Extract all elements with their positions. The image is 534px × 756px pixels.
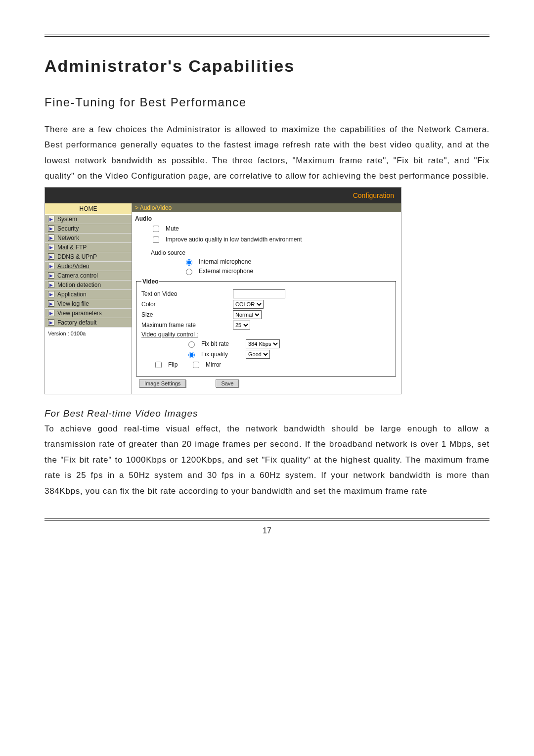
image-settings-button[interactable]: Image Settings bbox=[139, 379, 186, 387]
sidebar-item-label: Camera control bbox=[57, 272, 98, 279]
arrow-right-icon: ▶ bbox=[48, 235, 54, 241]
sidebar-item-label: Audio/Video bbox=[57, 263, 89, 270]
sidebar-item-label: System bbox=[57, 216, 77, 223]
fix-bit-rate-select[interactable]: 384 Kbps bbox=[246, 339, 280, 348]
configuration-link[interactable]: Configuration bbox=[353, 191, 394, 199]
sidebar-item-label: Motion detection bbox=[57, 282, 101, 288]
breadcrumb: > Audio/Video bbox=[132, 203, 401, 212]
arrow-right-icon: ▶ bbox=[48, 216, 54, 222]
sidebar: HOME ▶ System ▶ Security ▶ Network ▶ Mai… bbox=[45, 203, 132, 394]
max-frame-rate-label: Maximum frame rate bbox=[141, 322, 228, 329]
arrow-right-icon: ▶ bbox=[48, 253, 54, 260]
sidebar-item-view-log-file[interactable]: ▶ View log file bbox=[45, 299, 132, 309]
max-frame-rate-select[interactable]: 25 bbox=[233, 321, 250, 330]
mirror-checkbox[interactable] bbox=[193, 362, 199, 368]
text-on-video-input[interactable] bbox=[233, 289, 285, 298]
sidebar-item-label: View parameters bbox=[57, 310, 102, 317]
improve-audio-label: Improve audio quality in low bandwidth e… bbox=[166, 236, 302, 243]
arrow-right-icon: ▶ bbox=[48, 310, 54, 316]
mute-checkbox[interactable] bbox=[153, 226, 159, 232]
sidebar-item-view-parameters[interactable]: ▶ View parameters bbox=[45, 309, 132, 318]
external-mic-label: External microphone bbox=[199, 268, 253, 275]
fix-quality-radio[interactable] bbox=[188, 352, 195, 358]
flip-checkbox[interactable] bbox=[155, 362, 162, 368]
sidebar-item-security[interactable]: ▶ Security bbox=[45, 224, 132, 234]
video-quality-control-label: Video quality control : bbox=[141, 331, 228, 338]
intro-paragraph: There are a few choices the Administrato… bbox=[44, 122, 490, 184]
arrow-right-icon: ▶ bbox=[48, 244, 54, 250]
size-label: Size bbox=[141, 311, 228, 318]
sidebar-item-label: Mail & FTP bbox=[57, 244, 87, 251]
save-button[interactable]: Save bbox=[216, 379, 239, 387]
section-heading-fine-tuning: Fine-Tuning for Best Performance bbox=[44, 95, 490, 109]
sidebar-item-motion-detection[interactable]: ▶ Motion detection bbox=[45, 281, 132, 290]
sidebar-item-system[interactable]: ▶ System bbox=[45, 215, 132, 224]
fix-bit-rate-radio[interactable] bbox=[188, 341, 195, 348]
sidebar-item-label: Security bbox=[57, 225, 79, 232]
internal-mic-label: Internal microphone bbox=[199, 258, 251, 265]
color-select[interactable]: COLOR bbox=[233, 300, 264, 309]
arrow-right-icon: ▶ bbox=[48, 300, 54, 307]
fix-quality-label: Fix quality bbox=[201, 351, 241, 358]
fix-bit-rate-label: Fix bit rate bbox=[201, 340, 241, 347]
sidebar-item-mail-ftp[interactable]: ▶ Mail & FTP bbox=[45, 243, 132, 252]
page-title: Administrator's Capabilities bbox=[44, 56, 490, 76]
audio-section-title: Audio bbox=[135, 215, 396, 222]
color-label: Color bbox=[141, 301, 228, 308]
sidebar-item-label: DDNS & UPnP bbox=[57, 253, 97, 260]
mirror-label: Mirror bbox=[206, 361, 221, 368]
fix-quality-select[interactable]: Good bbox=[246, 350, 270, 359]
audio-source-label: Audio source bbox=[151, 249, 185, 256]
external-mic-radio[interactable] bbox=[186, 269, 192, 275]
sidebar-home[interactable]: HOME bbox=[45, 203, 132, 215]
subsection-heading-realtime: For Best Real-time Video Images bbox=[44, 408, 490, 419]
sidebar-item-ddns-upnp[interactable]: ▶ DDNS & UPnP bbox=[45, 252, 132, 262]
internal-mic-radio[interactable] bbox=[186, 259, 192, 266]
mute-label: Mute bbox=[166, 225, 179, 232]
configuration-screenshot: Configuration HOME ▶ System ▶ Security ▶… bbox=[44, 187, 401, 394]
sidebar-item-label: View log file bbox=[57, 300, 89, 307]
sidebar-item-label: Network bbox=[57, 235, 79, 241]
arrow-right-icon: ▶ bbox=[48, 291, 54, 297]
realtime-paragraph: To achieve good real-time visual effect,… bbox=[44, 421, 490, 499]
sidebar-item-application[interactable]: ▶ Application bbox=[45, 290, 132, 299]
arrow-right-icon: ▶ bbox=[48, 272, 54, 279]
sidebar-item-label: Application bbox=[57, 291, 87, 298]
sidebar-item-network[interactable]: ▶ Network bbox=[45, 234, 132, 243]
version-label: Version : 0100a bbox=[45, 328, 132, 339]
arrow-right-icon: ▶ bbox=[48, 319, 54, 326]
improve-audio-checkbox[interactable] bbox=[153, 236, 159, 243]
arrow-right-icon: ▶ bbox=[48, 225, 54, 232]
arrow-right-icon: ▶ bbox=[48, 263, 54, 269]
main-panel: > Audio/Video Audio Mute Improve audio q… bbox=[132, 203, 401, 394]
video-legend: Video bbox=[141, 278, 159, 285]
sidebar-item-factory-default[interactable]: ▶ Factory default bbox=[45, 318, 132, 328]
sidebar-item-audio-video[interactable]: ▶ Audio/Video bbox=[45, 262, 132, 271]
text-on-video-label: Text on Video bbox=[141, 290, 228, 297]
flip-label: Flip bbox=[168, 361, 178, 368]
sidebar-item-camera-control[interactable]: ▶ Camera control bbox=[45, 271, 132, 281]
video-fieldset: Video Text on Video Color COLOR bbox=[136, 278, 396, 377]
size-select[interactable]: Normal bbox=[233, 310, 262, 319]
arrow-right-icon: ▶ bbox=[48, 282, 54, 288]
sidebar-item-label: Factory default bbox=[57, 319, 96, 326]
page-number: 17 bbox=[44, 526, 490, 535]
